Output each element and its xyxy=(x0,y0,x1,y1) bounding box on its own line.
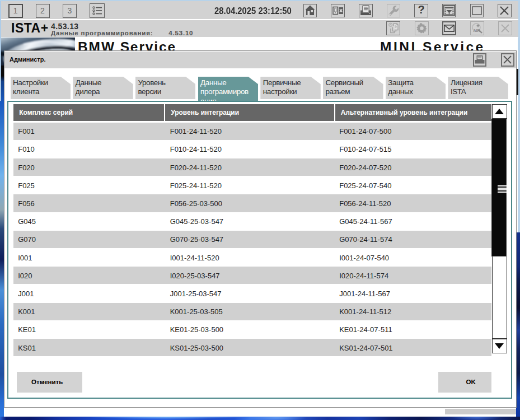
svg-text:AIR: AIR xyxy=(473,28,480,32)
